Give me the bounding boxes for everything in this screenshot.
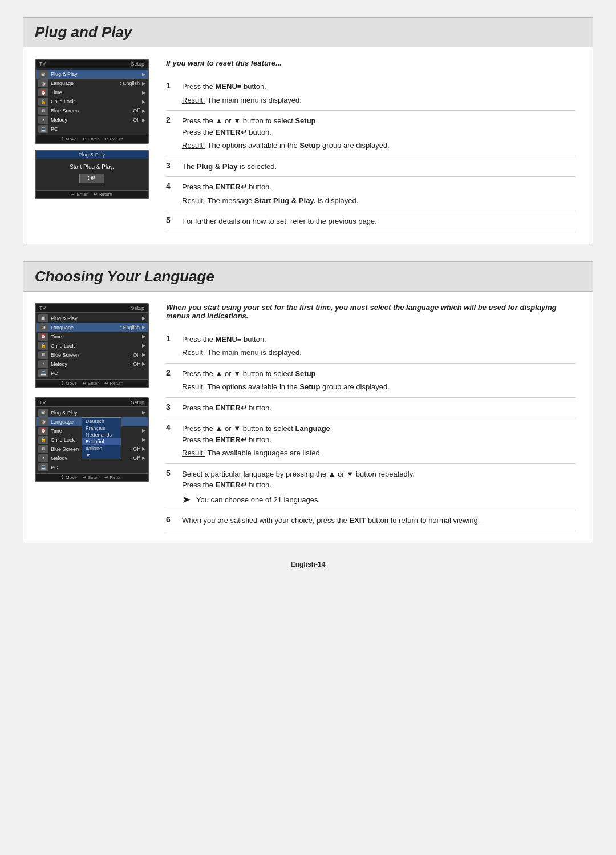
step-result: Result: The options available in the Set… — [182, 140, 576, 151]
step-content: Press the MENU≡ button. Result: The main… — [180, 329, 576, 364]
submenu-start-text: Start Plug & Play. — [42, 164, 142, 170]
result-text: The message Start Plug & Play. is displa… — [207, 195, 358, 207]
tv-row-arrow: ▶ — [142, 352, 145, 357]
tv-row-value: : Off — [130, 361, 140, 367]
step-row: 5 Select a particular language by pressi… — [166, 463, 576, 510]
section-intro-1: If you want to reset this feature... — [166, 59, 576, 67]
tv-row-arrow: ▶ — [142, 72, 145, 77]
tv-menu-row: ⏰ Time ▶ — [36, 332, 148, 341]
result-text: The options available in the Setup group… — [207, 140, 389, 151]
lang-item: Deutsch — [82, 418, 121, 425]
tv-menu-row: 💻 PC — [36, 124, 148, 134]
tv-row-label: Plug & Play — [51, 71, 140, 77]
section-title-bar-1: Plug and Play — [23, 18, 593, 47]
result-text: The options available in the Setup group… — [207, 381, 389, 393]
tv-row-arrow: ▶ — [142, 455, 145, 461]
tv-row-label: PC — [51, 465, 145, 470]
tv-row-arrow: ▶ — [142, 108, 145, 114]
tv-label-2-1: TV — [39, 305, 46, 311]
footer-return: ↩ Return — [104, 475, 123, 480]
result-label: Result: — [182, 381, 205, 393]
page: Plug and Play TV Setup ▣ Plug & Play ▶ — [0, 0, 616, 855]
step-row: 3 Press the ENTER↵ button. — [166, 397, 576, 418]
section-body-2: TV Setup ▣ Plug & Play ▶ ◑ Language : En… — [23, 292, 593, 543]
tv-menu-footer-1-1: ⇕ Move ↵ Enter ↩ Return — [36, 135, 148, 143]
step-num: 5 — [166, 463, 180, 510]
tv-row-label: Child Lock — [51, 99, 140, 104]
tv-menu-row: 🔒 Child Lock ▶ — [36, 97, 148, 106]
footer-enter: ↵ Enter — [83, 136, 99, 142]
step-num: 4 — [166, 177, 180, 211]
footer-enter: ↵ Enter — [83, 475, 99, 480]
tv-icon: ▣ — [38, 70, 48, 78]
tv-menu-row: ♪ Melody : Off ▶ — [36, 115, 148, 124]
tv-row-arrow: ▶ — [142, 81, 145, 86]
footer-return: ↩ Return — [94, 192, 112, 197]
result-label: Result: — [182, 347, 205, 358]
tv-row-value: : Off — [130, 108, 140, 114]
tv-row-arrow: ▶ — [142, 118, 145, 123]
lang-item: Nederlands — [82, 431, 121, 438]
choosing-language-section: Choosing Your Language TV Setup ▣ Plug &… — [23, 261, 593, 543]
result-text: The main menu is displayed. — [207, 95, 301, 106]
tv-icon: 🔒 — [38, 98, 48, 106]
footer-return: ↩ Return — [104, 381, 123, 386]
note-arrow-icon: ➤ — [182, 494, 191, 505]
tv-menu-row: 🖥 Blue Screen : Off ▶ — [36, 106, 148, 115]
tv-row-label: Language — [51, 325, 117, 330]
tv-icon: 💻 — [38, 369, 48, 377]
result-text: The main menu is displayed. — [207, 347, 301, 358]
tv-row-arrow: ▶ — [142, 99, 145, 104]
tv-row-arrow: ▶ — [142, 343, 145, 348]
tv-icon: ♪ — [38, 454, 48, 462]
result-label: Result: — [182, 195, 205, 207]
step-content: When you are satisfied with your choice,… — [180, 510, 576, 531]
step-content: The Plug & Play is selected. — [180, 156, 576, 177]
tv-row-value: : Off — [130, 117, 140, 123]
step-content: Press the ▲ or ▼ button to select Setup.… — [180, 111, 576, 156]
step-row: 1 Press the MENU≡ button. Result: The ma… — [166, 329, 576, 364]
tv-row-value: : Off — [130, 446, 140, 452]
tv-menu-rows-1-1: ▣ Plug & Play ▶ ◑ Language : English ▶ ⏰ — [36, 68, 148, 135]
step-num: 1 — [166, 76, 180, 111]
tv-menu-row: ⏰ Time ▶ — [36, 88, 148, 97]
tv-row-arrow: ▶ — [142, 334, 145, 339]
footer-move: ⇕ Move — [60, 475, 77, 480]
submenu-ok-btn[interactable]: OK — [79, 174, 104, 183]
tv-row-label: Plug & Play — [51, 410, 140, 416]
tv-row-value: : English — [120, 80, 140, 86]
section-intro-2: When you start using your set for the fi… — [166, 303, 576, 320]
lang-item-selected: Español — [82, 438, 121, 445]
instructions-1: If you want to reset this feature... 1 P… — [160, 59, 581, 232]
tv-row-label: Language — [51, 80, 117, 86]
tv-submenu-body: Start Plug & Play. OK — [36, 159, 148, 190]
tv-icon: ◑ — [38, 324, 48, 332]
step-content: For further details on how to set, refer… — [180, 211, 576, 232]
step-row: 5 For further details on how to set, ref… — [166, 211, 576, 232]
tv-row-value: : Off — [130, 455, 140, 461]
step-content: Press the ENTER↵ button. Result: The mes… — [180, 177, 576, 211]
tv-menu-row: 🖥 Blue Screen : Off ▶ — [36, 350, 148, 360]
step-num: 3 — [166, 156, 180, 177]
result-label: Result: — [182, 95, 205, 106]
tv-icon: ♪ — [38, 116, 48, 124]
tv-row-label: Child Lock — [51, 343, 140, 349]
step-num: 5 — [166, 211, 180, 232]
step-result: Result: The available languages are list… — [182, 447, 576, 459]
tv-menu-2-2: TV Setup ▣ Plug & Play ▶ ◑ Language — [35, 397, 149, 482]
instructions-2: When you start using your set for the fi… — [160, 303, 581, 531]
language-dropdown: Deutsch Français Nederlands Español Ital… — [82, 417, 121, 459]
tv-row-label: Plug & Play — [51, 316, 140, 321]
tv-icon: ♪ — [38, 360, 48, 368]
tv-icon: ◑ — [38, 79, 48, 87]
tv-row-arrow: ▶ — [142, 437, 145, 442]
step-content: Press the ▲ or ▼ button to select Setup.… — [180, 363, 576, 397]
tv-submenu-header: Plug & Play — [36, 151, 148, 159]
lang-item: Français — [82, 425, 121, 431]
tv-menu-header-1-1: TV Setup — [36, 60, 148, 68]
tv-row-arrow: ▶ — [142, 428, 145, 433]
tv-row-arrow: ▶ — [142, 410, 145, 415]
tv-menu-header-2-2: TV Setup — [36, 398, 148, 407]
tv-icon: 🖥 — [38, 445, 48, 453]
lang-item: Italiano — [82, 445, 121, 452]
